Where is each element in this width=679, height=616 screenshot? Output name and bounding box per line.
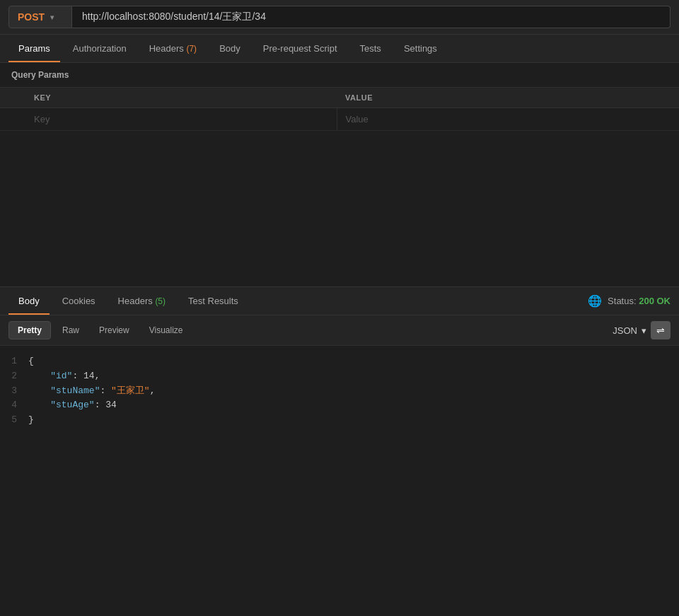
wrap-button[interactable]: ⇌ xyxy=(651,321,671,339)
tab-body[interactable]: Body xyxy=(209,35,250,62)
stuname-value: "王家卫" xyxy=(111,385,150,396)
params-table: KEY VALUE Key Value xyxy=(0,88,679,131)
stuage-key: "stuAge" xyxy=(50,400,94,410)
method-chevron: ▾ xyxy=(50,13,54,21)
visualize-button[interactable]: Visualize xyxy=(141,322,192,339)
tab-settings[interactable]: Settings xyxy=(394,35,447,62)
wrap-icon: ⇌ xyxy=(656,325,665,336)
globe-icon: 🌐 xyxy=(588,294,602,308)
col-key-header: KEY xyxy=(25,88,337,108)
line-num-4: 4 xyxy=(0,398,28,413)
json-label: JSON xyxy=(613,325,637,336)
value-input-cell[interactable]: Value xyxy=(337,108,679,131)
query-params-label: Query Params xyxy=(0,63,679,88)
tab-tests[interactable]: Tests xyxy=(350,35,391,62)
pretty-button[interactable]: Pretty xyxy=(8,321,51,339)
response-tab-testresults[interactable]: Test Results xyxy=(178,287,248,315)
url-input[interactable] xyxy=(72,6,671,28)
response-body-code: 1 { 2 "id": 14, 3 "stuName": "王家卫", 4 "s… xyxy=(0,346,679,436)
col-value-header: VALUE xyxy=(337,88,679,108)
request-tabs: Params Authorization Headers (7) Body Pr… xyxy=(0,35,679,63)
response-tab-cookies[interactable]: Cookies xyxy=(52,287,105,315)
method-select[interactable]: POST ▾ xyxy=(8,6,72,28)
preview-button[interactable]: Preview xyxy=(91,322,138,339)
table-row: Key Value xyxy=(0,108,679,131)
response-tab-body[interactable]: Body xyxy=(8,287,50,315)
line-num-5: 5 xyxy=(0,413,28,428)
url-bar: POST ▾ xyxy=(0,0,679,35)
key-input-cell[interactable]: Key xyxy=(25,108,337,131)
format-type-area: JSON ▾ ⇌ xyxy=(613,321,671,339)
stuage-value: 34 xyxy=(105,400,117,410)
code-line-5: 5 } xyxy=(0,413,679,428)
open-brace: { xyxy=(28,356,34,366)
raw-button[interactable]: Raw xyxy=(54,322,88,339)
col-checkbox xyxy=(0,88,25,108)
stuname-key: "stuName" xyxy=(50,385,100,396)
status-label: Status: 200 OK xyxy=(608,296,671,306)
code-line-3: 3 "stuName": "王家卫", xyxy=(0,384,679,399)
tab-prerequest[interactable]: Pre-request Script xyxy=(253,35,347,62)
params-content: Query Params KEY VALUE Key Value xyxy=(0,63,679,131)
json-dropdown[interactable]: JSON ▾ xyxy=(613,325,646,336)
response-tabs-bar: Body Cookies Headers (5) Test Results 🌐 … xyxy=(0,286,679,315)
tab-headers[interactable]: Headers (7) xyxy=(139,35,207,62)
close-brace: } xyxy=(28,414,34,425)
divider-spacer xyxy=(0,131,679,286)
line-num-3: 3 xyxy=(0,384,28,399)
code-line-2: 2 "id": 14, xyxy=(0,369,679,384)
response-status: 🌐 Status: 200 OK xyxy=(588,294,671,308)
tab-authorization[interactable]: Authorization xyxy=(63,35,137,62)
response-tab-headers[interactable]: Headers (5) xyxy=(108,287,175,315)
method-label: POST xyxy=(18,11,45,23)
status-value: 200 OK xyxy=(639,296,671,306)
line-num-2: 2 xyxy=(0,369,28,384)
id-value: 14 xyxy=(83,371,95,381)
id-key: "id" xyxy=(50,371,72,381)
row-checkbox xyxy=(0,108,25,131)
json-chevron: ▾ xyxy=(642,325,646,336)
code-line-4: 4 "stuAge": 34 xyxy=(0,398,679,413)
code-line-1: 1 { xyxy=(0,354,679,369)
tab-params[interactable]: Params xyxy=(8,35,60,62)
line-num-1: 1 xyxy=(0,354,28,369)
format-bar: Pretty Raw Preview Visualize JSON ▾ ⇌ xyxy=(0,315,679,346)
